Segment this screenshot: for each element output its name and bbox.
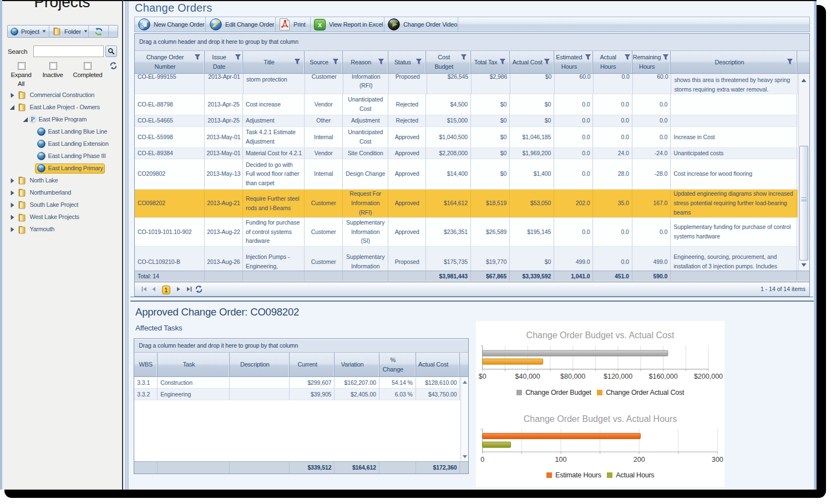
svg-text:300: 300 [712,456,723,464]
svg-text:$160,000: $160,000 [649,373,678,380]
svg-text:$200,000: $200,000 [694,373,723,380]
svg-text:$80,000: $80,000 [560,373,585,380]
svg-text:0: 0 [480,456,484,464]
svg-text:Change Order Budget vs. Actual: Change Order Budget vs. Actual Cost [526,330,675,340]
svg-text:P: P [31,115,34,123]
svg-text:$120,000: $120,000 [604,373,632,380]
svg-text:$40,000: $40,000 [515,373,540,380]
svg-text:200: 200 [634,456,645,464]
svg-text:100: 100 [555,456,567,464]
svg-text:$0: $0 [479,373,487,380]
svg-text:Change Order Budget vs. Actual: Change Order Budget vs. Actual Hours [524,414,677,424]
svg-text:x: x [318,21,322,28]
